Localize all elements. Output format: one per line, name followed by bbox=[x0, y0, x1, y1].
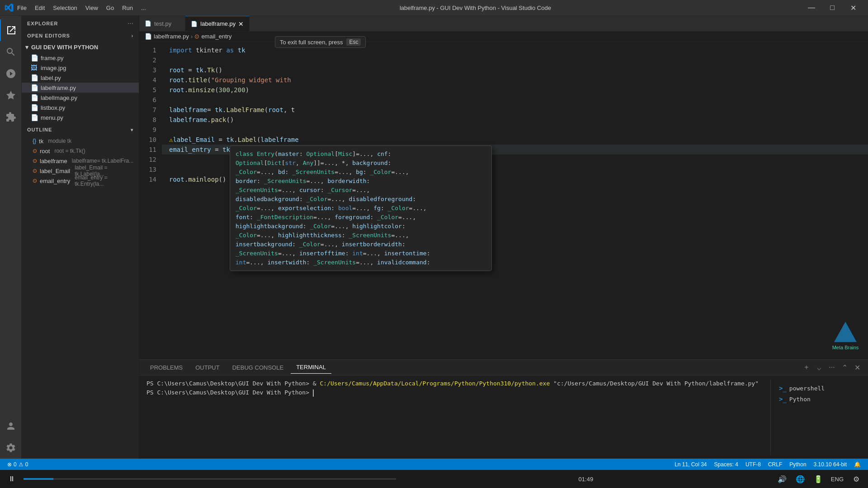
activity-search-icon[interactable] bbox=[0, 41, 22, 63]
project-folder-label: GUI DEV WITH PYTHON bbox=[31, 44, 98, 51]
titlebar-left bbox=[5, 3, 14, 12]
activity-extensions-icon[interactable] bbox=[0, 106, 22, 128]
taskbar-progress[interactable] bbox=[24, 478, 396, 480]
open-editors-header[interactable]: OPEN EDITORS › bbox=[22, 29, 139, 42]
activity-account-icon[interactable] bbox=[0, 415, 22, 437]
project-folder[interactable]: ▾ GUI DEV WITH PYTHON bbox=[22, 42, 139, 52]
activity-explorer-icon[interactable] bbox=[0, 19, 22, 41]
terminal-line-2: PS C:\Users\Camus\Desktop\GUI Dev With P… bbox=[146, 388, 770, 397]
maximize-button[interactable]: □ bbox=[822, 0, 843, 16]
sidebar: EXPLORER ··· OPEN EDITORS › ▾ GUI DEV WI… bbox=[22, 16, 139, 459]
taskbar-network-icon[interactable]: 🌐 bbox=[792, 471, 808, 487]
breadcrumb-icon: 📄 bbox=[145, 33, 152, 40]
file-frame-py[interactable]: 📄 frame.py bbox=[22, 53, 139, 63]
breadcrumb: 📄 labelframe.py › ⊙ email_entry bbox=[139, 32, 868, 42]
code-line-4: root.title("Grouping widget with bbox=[162, 75, 868, 85]
file-labelimage-py[interactable]: 📄 labelImage.py bbox=[22, 93, 139, 103]
taskbar-lang: ENG bbox=[828, 476, 846, 483]
editor-content: 1 2 3 4 5 6 7 8 9 10 11 12 13 14 import … bbox=[139, 42, 868, 359]
status-spaces[interactable]: Spaces: 4 bbox=[711, 459, 742, 470]
status-left: ⊗ 0 ⚠ 0 bbox=[4, 459, 32, 470]
status-encoding[interactable]: UTF-8 bbox=[742, 459, 764, 470]
taskbar-center: 01:49 bbox=[400, 476, 772, 483]
explorer-label: EXPLORER bbox=[27, 21, 58, 26]
terminal-line-1: PS C:\Users\Camus\Desktop\GUI Dev With P… bbox=[146, 379, 770, 388]
status-bar: ⊗ 0 ⚠ 0 Ln 11, Col 34 Spaces: 4 UTF-8 CR… bbox=[0, 459, 868, 470]
terminal-content: PS C:\Users\Camus\Desktop\GUI Dev With P… bbox=[139, 375, 868, 459]
file-label-py[interactable]: 📄 label.py bbox=[22, 73, 139, 83]
tab-terminal[interactable]: TERMINAL bbox=[291, 361, 331, 374]
error-icon: ⊗ bbox=[7, 461, 12, 468]
status-notifications[interactable]: 🔔 bbox=[850, 459, 864, 470]
menu-edit[interactable]: Edit bbox=[31, 3, 48, 13]
code-line-6 bbox=[162, 95, 868, 105]
activity-git-icon[interactable] bbox=[0, 63, 22, 84]
status-line-ending[interactable]: CRLF bbox=[764, 459, 786, 470]
breadcrumb-symbol[interactable]: email_entry bbox=[201, 33, 231, 40]
tab-bar: 📄 test.py ✕ 📄 labelframe.py ✕ To exit fu… bbox=[139, 16, 868, 32]
minimize-button[interactable]: — bbox=[801, 0, 822, 16]
outline-items: {} tk module tk ⊙ root root = tk.Tk() ⊙ … bbox=[22, 136, 139, 186]
menu-selection[interactable]: Selection bbox=[49, 3, 80, 13]
code-line-5: root.minsize(300,200) bbox=[162, 85, 868, 95]
activity-debug-icon[interactable] bbox=[0, 84, 22, 106]
taskbar-time: 01:49 bbox=[579, 476, 594, 483]
breadcrumb-symbol-icon: ⊙ bbox=[194, 33, 199, 40]
close-panel-button[interactable]: ✕ bbox=[852, 362, 863, 373]
file-image-jpg[interactable]: 🖼 image.jpg bbox=[22, 63, 139, 73]
bottom-tabs: PROBLEMS OUTPUT DEBUG CONSOLE TERMINAL +… bbox=[139, 360, 868, 375]
tab-labelframe-py[interactable]: 📄 labelframe.py ✕ bbox=[185, 16, 250, 31]
status-right: Ln 11, Col 34 Spaces: 4 UTF-8 CRLF Pytho… bbox=[671, 459, 864, 470]
status-language[interactable]: Python bbox=[786, 459, 810, 470]
taskbar-pause-button[interactable]: ⏸ bbox=[4, 471, 20, 487]
autocomplete-popup: class Entry(master: Optional[Misc]=..., … bbox=[230, 145, 492, 271]
terminal-powershell[interactable]: >_ powershell bbox=[776, 383, 855, 394]
maximize-panel-button[interactable]: ⌃ bbox=[839, 362, 850, 373]
activity-settings-icon[interactable] bbox=[0, 437, 22, 459]
file-menu-py[interactable]: 📄 menu.py bbox=[22, 113, 139, 122]
tab-debug-console[interactable]: DEBUG CONSOLE bbox=[227, 361, 289, 374]
tab-output[interactable]: OUTPUT bbox=[190, 361, 225, 374]
titlebar: File Edit Selection View Go Run ... labe… bbox=[0, 0, 868, 16]
new-terminal-button[interactable]: + bbox=[801, 362, 812, 373]
outline-item-email-entry[interactable]: ⊙ email_entry email_entry = tk.Entry(la.… bbox=[22, 176, 139, 186]
terminal-sidebar: >_ powershell >_ Python bbox=[770, 379, 861, 455]
split-terminal-button[interactable]: ⌵ bbox=[814, 362, 825, 373]
terminal-more-button[interactable]: ··· bbox=[826, 362, 837, 373]
close-button[interactable]: ✕ bbox=[843, 0, 863, 16]
svg-marker-0 bbox=[834, 322, 857, 342]
status-position[interactable]: Ln 11, Col 34 bbox=[671, 459, 710, 470]
taskbar-battery-icon[interactable]: 🔋 bbox=[810, 471, 826, 487]
tab-test-py[interactable]: 📄 test.py ✕ bbox=[139, 16, 185, 31]
file-labelframe-py[interactable]: 📄 labelframe.py bbox=[22, 83, 139, 93]
activity-bar bbox=[0, 16, 22, 459]
code-line-3: root = tk.Tk() bbox=[162, 65, 868, 75]
taskbar-settings-icon[interactable]: ⚙ bbox=[848, 471, 864, 487]
tab-problems[interactable]: PROBLEMS bbox=[145, 361, 188, 374]
menu-run[interactable]: Run bbox=[118, 3, 137, 13]
menu-file[interactable]: File bbox=[14, 3, 30, 13]
taskbar-right: 🔊 🌐 🔋 ENG ⚙ bbox=[774, 471, 864, 487]
breadcrumb-file[interactable]: labelframe.py bbox=[154, 33, 189, 40]
editor-area: 📄 test.py ✕ 📄 labelframe.py ✕ To exit fu… bbox=[139, 16, 868, 459]
status-errors[interactable]: ⊗ 0 ⚠ 0 bbox=[4, 459, 32, 470]
code-line-1: import tkinter as tk bbox=[162, 45, 868, 55]
meta-brains-logo: Meta Brains Meta Brains bbox=[832, 319, 859, 350]
window-controls: — □ ✕ bbox=[801, 0, 863, 16]
tab-close-labelframe-py[interactable]: ✕ bbox=[238, 20, 244, 28]
explorer-more-button[interactable]: ··· bbox=[127, 19, 133, 28]
taskbar-volume-icon[interactable]: 🔊 bbox=[774, 471, 790, 487]
menu-more[interactable]: ... bbox=[137, 3, 150, 13]
file-listbox-py[interactable]: 📄 listbox.py bbox=[22, 103, 139, 113]
terminal-main[interactable]: PS C:\Users\Camus\Desktop\GUI Dev With P… bbox=[146, 379, 770, 455]
code-line-10: ⚠label_Email = tk.Label(labelframe bbox=[162, 135, 868, 145]
menu-view[interactable]: View bbox=[82, 3, 102, 13]
status-python-version[interactable]: 3.10.10 64-bit bbox=[810, 459, 850, 470]
outline-item-tk[interactable]: {} tk module tk bbox=[22, 136, 139, 146]
outline-header[interactable]: OUTLINE ▾ bbox=[22, 123, 139, 136]
terminal-python[interactable]: >_ Python bbox=[776, 394, 855, 404]
code-line-2 bbox=[162, 55, 868, 65]
outline-item-root[interactable]: ⊙ root root = tk.Tk() bbox=[22, 146, 139, 156]
bottom-tab-controls: + ⌵ ··· ⌃ ✕ bbox=[801, 362, 863, 373]
menu-go[interactable]: Go bbox=[103, 3, 118, 13]
